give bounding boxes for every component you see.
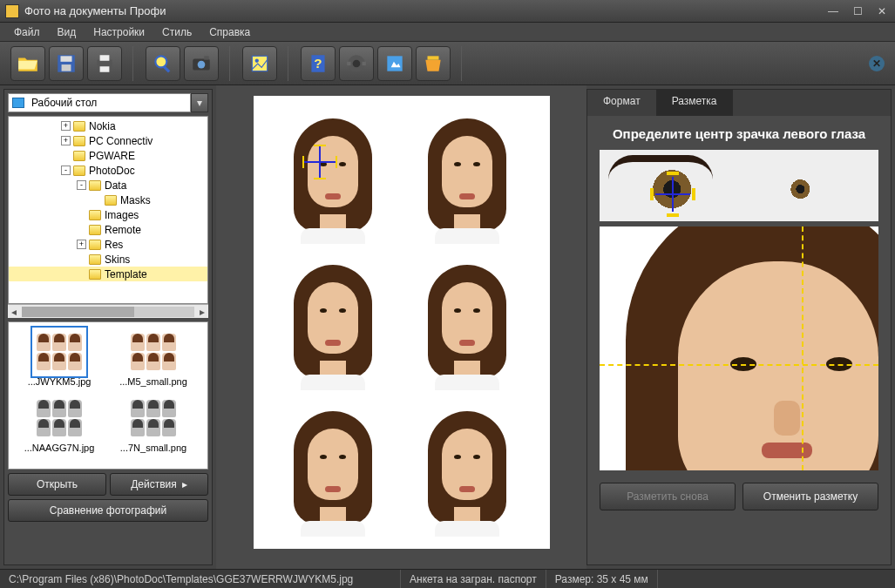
photo-cell [276,260,390,390]
tree-item[interactable]: Remote [9,222,207,237]
instruction-text: Определите центр зрачка левого глаза [587,116,891,150]
preview-area[interactable] [216,85,586,569]
remark-button[interactable]: Разметить снова [600,483,736,510]
left-panel: Рабочий стол ▾ +Nokia+PC ConnectivPGWARE… [3,89,213,565]
example-cross-icon [655,177,690,212]
thumbnail[interactable]: ...M5_small.png [108,328,199,387]
folder-icon [89,240,101,250]
folder-icon [105,195,117,206]
menu-file[interactable]: Файл [7,24,47,40]
folder-icon [89,269,101,280]
tree-label: Template [105,268,147,280]
print-sheet [254,96,550,549]
expand-icon[interactable]: + [77,240,86,249]
svg-rect-10 [204,56,208,59]
help-icon[interactable]: ? [301,46,336,81]
folder-icon [73,136,85,146]
close-button[interactable]: ✕ [874,5,890,17]
svg-text:?: ? [314,56,322,71]
cancel-markup-button[interactable]: Отменить разметку [742,483,878,510]
path-combo-dropdown[interactable]: ▾ [191,93,208,112]
status-path: C:\Program Files (x86)\PhotoDoc\Template… [0,570,401,588]
menu-settings[interactable]: Настройки [86,24,152,40]
right-panel: Формат Разметка Определите центр зрачка … [586,89,892,565]
tree-label: Images [105,209,139,221]
expand-icon[interactable]: + [61,121,71,131]
tree-label: PhotoDoc [89,165,135,177]
thumb-label: ...7N_small.png [120,443,186,453]
svg-rect-20 [428,56,439,59]
app-icon [5,4,19,18]
photo-cell [410,406,524,537]
tree-h-scrollbar[interactable]: ◂ ▸ [8,304,208,318]
clothes-icon[interactable] [339,46,374,81]
camera-icon[interactable] [184,46,219,81]
tree-label: Data [105,179,126,192]
menubar: Файл Вид Настройки Стиль Справка [0,23,895,42]
tree-item[interactable]: +Nokia [9,118,207,133]
svg-point-16 [353,59,361,67]
menu-help[interactable]: Справка [202,24,257,40]
photo-cell[interactable] [276,113,390,244]
folder-icon [89,210,101,220]
toolbar: ? ✕ [0,42,895,85]
minimize-button[interactable]: — [825,5,841,17]
tree-item[interactable]: +Res [9,237,207,252]
path-combo[interactable]: Рабочий стол ▾ [8,93,208,112]
menu-style[interactable]: Стиль [155,24,199,40]
export-icon[interactable] [416,46,451,81]
thumbnail-grid[interactable]: ...JWYKM5.jpg...M5_small.png...NAAGG7N.j… [8,321,208,470]
folder-icon [89,254,101,265]
tree-label: Nokia [89,120,116,132]
crop-icon[interactable] [242,46,277,81]
tree-item[interactable]: Skins [9,252,207,267]
print-icon[interactable] [87,46,122,81]
svg-rect-17 [347,61,350,64]
folder-tree[interactable]: +Nokia+PC ConnectivPGWARE-PhotoDoc-DataM… [8,116,208,304]
tree-item[interactable]: Masks [9,193,207,207]
maximize-button[interactable]: ☐ [850,5,865,17]
eye-example [600,150,878,221]
tree-item[interactable]: Template [9,267,207,281]
statusbar: C:\Program Files (x86)\PhotoDoc\Template… [0,569,895,588]
photo-cell [410,260,524,390]
status-format: Анкета на загран. паспорт [401,570,546,588]
folder-icon [73,166,85,176]
compare-button[interactable]: Сравнение фотографий [8,499,208,522]
expand-icon[interactable]: + [61,136,71,145]
eye-marker-cross[interactable] [304,146,336,178]
retouch-icon[interactable] [377,46,412,81]
folder-icon [73,151,85,161]
open-button[interactable]: Открыть [8,473,106,496]
tree-item[interactable]: -PhotoDoc [9,163,207,178]
tree-item[interactable]: Images [9,207,207,222]
collapse-toolbar-icon[interactable]: ✕ [869,56,885,71]
tree-item[interactable]: -Data [9,178,207,193]
expand-icon[interactable]: - [61,166,71,175]
zoom-preview[interactable] [600,226,878,470]
tree-item[interactable]: PGWARE [9,148,207,163]
save-icon[interactable] [49,46,84,81]
status-size: Размер: 35 x 45 мм [546,570,658,588]
zoom-icon[interactable] [146,46,180,81]
folder-icon [89,180,101,191]
actions-button[interactable]: Действия▸ [110,473,208,496]
thumb-label: ...JWYKM5.jpg [28,376,92,387]
open-icon[interactable] [10,46,45,81]
tab-markup[interactable]: Разметка [656,90,733,116]
svg-rect-4 [100,55,110,61]
photo-cell [410,113,524,244]
menu-view[interactable]: Вид [51,24,84,40]
svg-rect-5 [100,66,110,72]
expand-icon[interactable]: - [77,180,86,190]
thumbnail[interactable]: ...7N_small.png [108,394,199,453]
folder-icon [89,225,101,235]
tree-item[interactable]: +PC Connectiv [9,133,207,148]
thumbnail[interactable]: ...NAAGG7N.jpg [14,394,105,453]
thumb-label: ...M5_small.png [119,376,187,387]
tree-label: PC Connectiv [89,135,153,147]
thumbnail[interactable]: ...JWYKM5.jpg [14,328,105,387]
guide-horizontal [600,364,878,366]
drive-icon [12,98,24,108]
tab-format[interactable]: Формат [587,90,656,116]
